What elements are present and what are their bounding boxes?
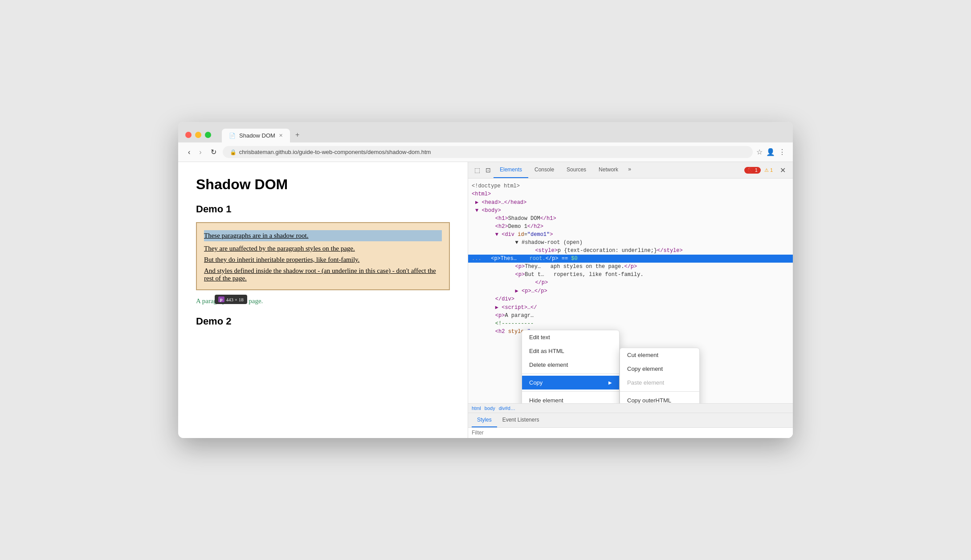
devtools-panel: ⬚ ⊡ Elements Console Sources Network <box>468 162 793 438</box>
context-menu-copy[interactable]: Copy ▶ <box>522 376 619 390</box>
tab-network[interactable]: Network <box>592 162 624 178</box>
navigation-bar: ‹ › ↻ 🔒 chrisbateman.github.io/guide-to-… <box>178 142 793 162</box>
more-tabs-button[interactable]: » <box>624 162 635 178</box>
dom-line-selected[interactable]: ... <p>Thes… root.</p> == $0 <box>468 255 793 263</box>
context-menu-hide-element[interactable]: Hide element <box>522 394 619 403</box>
dom-line[interactable]: ▶ <p>…</p> <box>468 287 793 295</box>
breadcrumb-bar: html body div#d… <box>468 403 793 413</box>
reload-button[interactable]: ↻ <box>208 146 219 158</box>
dom-line[interactable]: <p>But t… roperties, like font-family. <box>468 271 793 279</box>
device-mode-button[interactable]: ⊡ <box>483 163 494 177</box>
error-badge: 🚫 1 <box>744 167 761 174</box>
filter-bar <box>468 427 793 438</box>
tab-title: Shadow DOM <box>239 132 275 139</box>
page-title: Shadow DOM <box>196 176 450 193</box>
dom-line[interactable]: <!---------- <box>468 320 793 328</box>
context-menu-edit-text[interactable]: Edit text <box>522 330 619 344</box>
forward-button[interactable]: › <box>196 146 204 158</box>
submenu-cut-element[interactable]: Cut element <box>620 348 699 362</box>
active-tab[interactable]: 📄 Shadow DOM ✕ <box>222 129 290 142</box>
new-tab-button[interactable]: + <box>290 127 305 142</box>
url-text: chrisbateman.github.io/guide-to-web-comp… <box>239 149 431 155</box>
bookmark-button[interactable]: ☆ <box>756 148 763 156</box>
devtools-bottom-tabs: Styles Event Listeners <box>468 413 793 427</box>
tab-styles[interactable]: Styles <box>472 413 497 427</box>
context-menu-separator <box>522 391 619 392</box>
shadow-para-1: These paragraphs are in a shadow root. <box>204 230 442 241</box>
dom-line[interactable]: <html> <box>468 190 793 198</box>
breadcrumb-body[interactable]: body <box>485 406 495 411</box>
context-menu: Edit text Edit as HTML Delete element Co… <box>522 330 620 403</box>
dom-line[interactable]: ▼ <div id="demo1"> <box>468 231 793 239</box>
context-menu-delete-element[interactable]: Delete element <box>522 358 619 372</box>
inspect-element-button[interactable]: ⬚ <box>472 163 483 177</box>
devtools-errors: 🚫 1 ⚠ 1 <box>741 167 776 174</box>
traffic-lights <box>185 132 211 138</box>
minimize-traffic-light[interactable] <box>195 132 201 138</box>
breadcrumb-div[interactable]: div#d… <box>499 406 515 411</box>
maximize-traffic-light[interactable] <box>205 132 211 138</box>
tab-sources[interactable]: Sources <box>560 162 592 178</box>
menu-button[interactable]: ⋮ <box>779 148 786 156</box>
dom-line[interactable]: <style>p {text-decoration: underline;}</… <box>468 247 793 255</box>
tab-elements[interactable]: Elements <box>494 162 528 178</box>
page-content: Shadow DOM Demo 1 p 443 × 18 These parag… <box>178 162 468 438</box>
tab-bar: 📄 Shadow DOM ✕ + <box>222 127 305 142</box>
submenu-arrow-icon: ▶ <box>608 380 612 385</box>
breadcrumb-html[interactable]: html <box>472 406 481 411</box>
dom-line[interactable]: ▶ <script>…</ <box>468 303 793 312</box>
tooltip-size: 443 × 18 <box>226 297 244 302</box>
dom-line[interactable]: <p>A paragr… <box>468 312 793 320</box>
tab-event-listeners[interactable]: Event Listeners <box>497 413 545 427</box>
dom-line[interactable]: ▼ <body> <box>468 207 793 215</box>
submenu-copy-outerhtml[interactable]: Copy outerHTML <box>620 394 699 403</box>
shadow-para-4: And styles defined inside the shadow roo… <box>204 267 442 282</box>
tab-close-button[interactable]: ✕ <box>279 133 283 138</box>
avatar-button[interactable]: 👤 <box>766 148 775 156</box>
tab-icon: 📄 <box>229 133 236 139</box>
shadow-para-2: They are unaffected by the paragraph sty… <box>204 245 442 252</box>
filter-input[interactable] <box>472 430 789 436</box>
dom-line[interactable]: <h2>Demo 1</h2> <box>468 223 793 231</box>
devtools-close-button[interactable]: ✕ <box>776 164 789 176</box>
back-button[interactable]: ‹ <box>185 146 193 158</box>
dom-line[interactable]: </p> <box>468 279 793 287</box>
nav-actions: ☆ 👤 ⋮ <box>756 148 786 156</box>
url-bar[interactable]: 🔒 chrisbateman.github.io/guide-to-web-co… <box>223 146 753 158</box>
submenu-separator <box>620 391 699 392</box>
tab-console[interactable]: Console <box>528 162 560 178</box>
warning-badge: ⚠ 1 <box>764 167 773 173</box>
devtools-tabs: Elements Console Sources Network » <box>494 162 741 178</box>
dom-line[interactable]: <h2 style=" <box>468 328 793 336</box>
devtools-toolbar: ⬚ ⊡ Elements Console Sources Network <box>468 162 793 179</box>
dom-line[interactable]: <p>They… aph styles on the page.</p> <box>468 263 793 271</box>
dom-line[interactable]: ▼ #shadow-root (open) <box>468 239 793 247</box>
browser-window: 📄 Shadow DOM ✕ + ‹ › ↻ 🔒 chrisbateman.gi… <box>178 122 793 438</box>
submenu-paste-element: Paste element <box>620 376 699 390</box>
tooltip-tag: p <box>218 296 224 302</box>
dom-line[interactable]: </div> <box>468 295 793 303</box>
dom-line[interactable]: <!doctype html> <box>468 182 793 190</box>
lock-icon: 🔒 <box>230 149 237 155</box>
context-menu-edit-html[interactable]: Edit as HTML <box>522 344 619 358</box>
shadow-para-3: But they do inherit inheritable properti… <box>204 256 442 264</box>
demo2-heading: Demo 2 <box>196 316 450 327</box>
context-menu-separator <box>522 373 619 374</box>
dom-line[interactable]: <h1>Shadow DOM</h1> <box>468 215 793 223</box>
title-bar: 📄 Shadow DOM ✕ + <box>178 122 793 142</box>
element-tooltip: p 443 × 18 <box>215 295 247 304</box>
dom-tree: <!doctype html> <html> ▶ <head>…</head> … <box>468 179 793 403</box>
dom-line[interactable]: ▶ <head>…</head> <box>468 198 793 207</box>
shadow-dom-box: These paragraphs are in a shadow root. T… <box>196 222 450 290</box>
close-traffic-light[interactable] <box>185 132 192 138</box>
submenu-copy-element[interactable]: Copy element <box>620 362 699 376</box>
demo1-heading: Demo 1 <box>196 203 450 215</box>
copy-submenu: Cut element Copy element Paste element C… <box>620 348 700 403</box>
main-area: Shadow DOM Demo 1 p 443 × 18 These parag… <box>178 162 793 438</box>
